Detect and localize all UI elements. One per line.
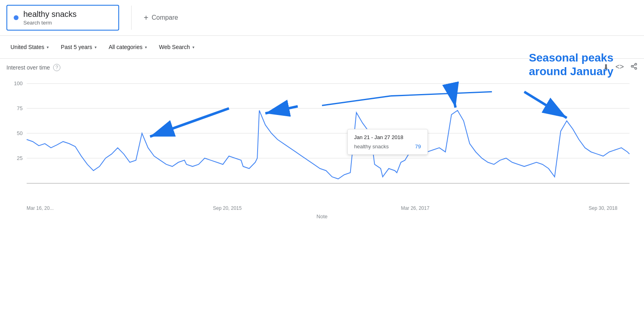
svg-point-2 [635,68,637,70]
category-filter[interactable]: All categories ▾ [105,41,151,53]
svg-point-0 [635,64,637,66]
header-divider [131,6,132,30]
share-button[interactable] [630,63,638,72]
help-icon[interactable]: ? [53,64,60,71]
x-label-3: Mar 26, 2017 [401,205,429,211]
search-term-box[interactable]: healthy snacks Search term [6,5,119,31]
time-range-label: Past 5 years [61,44,92,50]
search-type-label: Web Search [159,44,190,50]
embed-button[interactable]: <> [615,63,624,72]
region-label: United States [10,44,44,50]
svg-text:25: 25 [17,155,23,161]
x-label-2: Sep 20, 2015 [213,205,242,211]
svg-line-4 [633,65,635,66]
compare-plus-icon: + [144,13,149,23]
seasonal-line1: Seasonal peaks [529,51,613,65]
region-filter[interactable]: United States ▾ [6,41,53,53]
tooltip-value: 79 [415,144,421,150]
search-term-main: healthy snacks [23,10,76,19]
chart-title: Interest over time [6,64,50,71]
tooltip-date: Jan 21 - Jan 27 2018 [354,134,421,140]
tooltip-term: healthy snacks [354,144,389,150]
filters-bar: United States ▾ Past 5 years ▾ All categ… [0,36,644,59]
search-term-text: healthy snacks Search term [23,10,76,26]
time-range-filter[interactable]: Past 5 years ▾ [57,41,101,53]
compare-label: Compare [152,14,178,21]
seasonal-peaks-annotation: Seasonal peaks around January [529,51,613,78]
search-type-arrow-icon: ▾ [192,45,194,49]
compare-button[interactable]: + Compare [144,13,178,23]
svg-text:75: 75 [17,105,23,111]
note-label: Note [6,213,638,222]
chart-section: Interest over time ? ⬇ <> [0,59,644,222]
chart-title-group: Interest over time ? [6,64,60,71]
category-label: All categories [109,44,142,50]
x-label-4: Sep 30, 2018 [589,205,617,211]
header: healthy snacks Search term + Compare [0,0,644,36]
svg-text:100: 100 [14,80,23,86]
x-label-1: Mar 16, 20... [27,205,54,211]
svg-line-3 [633,67,635,68]
svg-text:50: 50 [17,130,23,136]
chart-container: 100 75 50 25 [6,75,638,204]
chart-tooltip: Jan 21 - Jan 27 2018 healthy snacks 79 [347,129,428,155]
blue-dot-icon [14,15,19,20]
category-arrow-icon: ▾ [145,45,147,49]
svg-point-1 [631,66,633,68]
region-arrow-icon: ▾ [47,45,49,49]
tooltip-row: healthy snacks 79 [354,144,421,150]
search-type-filter[interactable]: Web Search ▾ [155,41,198,53]
time-arrow-icon: ▾ [95,45,97,49]
chart-svg: 100 75 50 25 [6,75,638,204]
seasonal-line2: around January [529,65,613,78]
search-term-sub: Search term [23,20,76,26]
x-axis-labels: Mar 16, 20... Sep 20, 2015 Mar 26, 2017 … [6,204,638,213]
